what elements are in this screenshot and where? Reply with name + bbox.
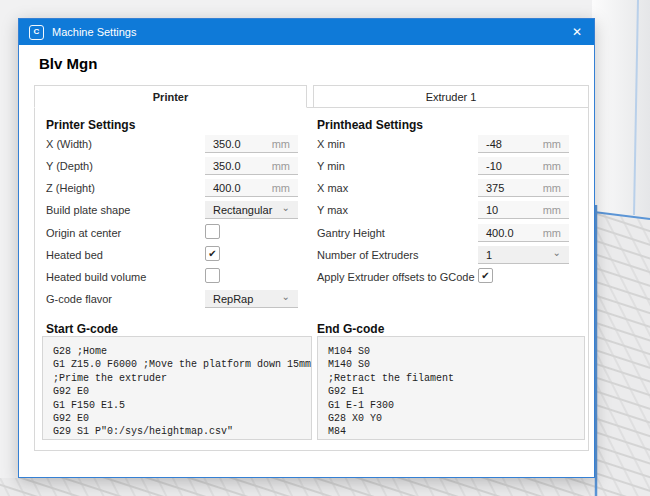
field-label: Y max: [317, 204, 348, 216]
chevron-down-icon: ⌄: [553, 248, 561, 258]
printer-tab-panel: Printer Settings Printhead Settings X (W…: [34, 107, 589, 451]
start-gcode-heading: Start G-code: [46, 322, 118, 336]
unit-label: mm: [543, 204, 561, 216]
gcode-flavor-select[interactable]: RepRap ⌄: [205, 290, 298, 308]
checkbox-box: ✔: [478, 268, 493, 283]
number-of-extruders-select[interactable]: 1 ⌄: [478, 246, 569, 264]
select-value: RepRap: [213, 293, 253, 305]
y-max-input[interactable]: 10 mm: [478, 201, 569, 219]
x-min-input[interactable]: -48 mm: [478, 135, 569, 153]
start-gcode-textarea[interactable]: G28 ;Home G1 Z15.0 F6000 ;Move the platf…: [42, 336, 312, 440]
printer-settings-heading: Printer Settings: [46, 118, 135, 132]
tab-printer[interactable]: Printer: [34, 85, 307, 108]
unit-label: mm: [543, 160, 561, 172]
close-button[interactable]: ✕: [560, 19, 594, 45]
field-value: 10: [486, 204, 498, 216]
machine-name-heading: Blv Mgn: [39, 55, 97, 72]
dialog-titlebar[interactable]: C Machine Settings ✕: [19, 19, 594, 45]
field-row: Y min -10 mm: [35, 157, 588, 176]
application-window: C Machine Settings ✕ Blv Mgn Printer Ext…: [0, 0, 650, 496]
build-volume-wall: [592, 0, 650, 220]
check-icon: ✔: [481, 271, 489, 281]
field-row: X max 375 mm: [35, 179, 588, 198]
apply-extruder-offsets-checkbox[interactable]: ✔: [478, 268, 493, 286]
field-value: 375: [486, 182, 504, 194]
field-label: Number of Extruders: [317, 249, 418, 261]
tab-extruder-1[interactable]: Extruder 1: [313, 85, 589, 108]
field-value: -10: [486, 160, 502, 172]
field-label: X max: [317, 182, 348, 194]
chevron-down-icon: ⌄: [282, 292, 290, 302]
unit-label: mm: [543, 138, 561, 150]
field-label: Apply Extruder offsets to GCode: [317, 271, 475, 283]
field-row: Number of Extruders 1 ⌄: [35, 246, 588, 265]
field-value: -48: [486, 138, 502, 150]
field-value: 400.0: [486, 227, 514, 239]
printhead-settings-heading: Printhead Settings: [317, 118, 423, 132]
x-max-input[interactable]: 375 mm: [478, 179, 569, 197]
end-gcode-textarea[interactable]: M104 S0 M140 S0 ;Retract the filament G9…: [317, 336, 585, 440]
cura-logo-icon: C: [29, 25, 44, 40]
field-label: G-code flavor: [46, 293, 112, 305]
field-row: Gantry Height 400.0 mm: [35, 224, 588, 243]
field-label: X min: [317, 138, 345, 150]
gantry-height-input[interactable]: 400.0 mm: [478, 224, 569, 242]
end-gcode-heading: End G-code: [317, 322, 384, 336]
field-label: Y min: [317, 160, 345, 172]
unit-label: mm: [543, 182, 561, 194]
field-row: X min -48 mm: [35, 135, 588, 154]
close-icon: ✕: [572, 25, 582, 39]
dialog-title: Machine Settings: [52, 26, 136, 38]
y-min-input[interactable]: -10 mm: [478, 157, 569, 175]
field-row: Y max 10 mm: [35, 201, 588, 220]
field-label: Gantry Height: [317, 227, 385, 239]
machine-settings-dialog: C Machine Settings ✕ Blv Mgn Printer Ext…: [18, 18, 595, 478]
field-row: Apply Extruder offsets to GCode ✔: [35, 268, 588, 287]
unit-label: mm: [543, 227, 561, 239]
field-row: G-code flavor RepRap ⌄: [35, 290, 588, 309]
select-value: 1: [486, 249, 492, 261]
